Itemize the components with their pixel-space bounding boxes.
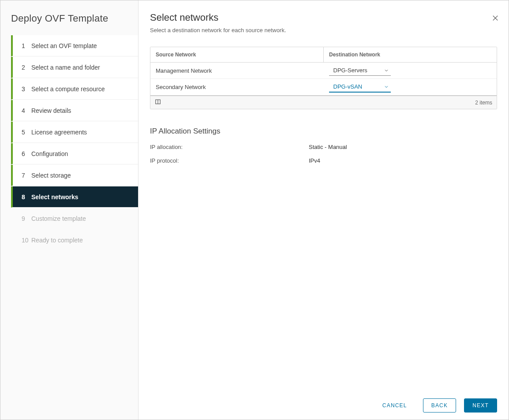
wizard-step-8[interactable]: 8Select networks — [11, 186, 138, 208]
step-label: Select networks — [31, 193, 133, 201]
wizard-step-5[interactable]: 5License agreements — [11, 122, 138, 143]
step-number: 10 — [22, 237, 31, 244]
ip-allocation-label: IP allocation: — [150, 144, 309, 150]
step-label: Configuration — [31, 150, 133, 157]
dropdown-value: DPG-vSAN — [333, 83, 363, 90]
network-table: Source Network Destination Network Manag… — [150, 47, 497, 109]
destination-network-cell: DPG-vSAN — [324, 79, 497, 95]
step-label: Ready to complete — [31, 237, 133, 244]
wizard-step-7[interactable]: 7Select storage — [11, 165, 138, 186]
step-number: 9 — [22, 215, 31, 222]
wizard-main: Select networks Select a destination net… — [138, 0, 509, 420]
chevron-down-icon — [384, 68, 389, 73]
destination-network-dropdown[interactable]: DPG-Servers — [329, 65, 391, 76]
source-network-cell: Secondary Network — [150, 79, 324, 95]
step-number: 5 — [22, 129, 31, 136]
wizard-step-1[interactable]: 1Select an OVF template — [11, 35, 138, 56]
step-label: Select an OVF template — [31, 42, 133, 49]
cancel-button[interactable]: CANCEL — [374, 399, 415, 412]
ip-protocol-value: IPv4 — [309, 157, 320, 164]
step-number: 1 — [22, 42, 31, 49]
step-number: 2 — [22, 64, 31, 71]
source-network-cell: Management Network — [150, 63, 324, 78]
step-label: Select a compute resource — [31, 85, 133, 93]
ip-allocation-value: Static - Manual — [309, 144, 347, 150]
step-label: License agreements — [31, 129, 133, 136]
wizard-steps: 1Select an OVF template2Select a name an… — [0, 35, 138, 251]
step-label: Customize template — [31, 215, 133, 222]
step-label: Select storage — [31, 172, 133, 179]
step-number: 7 — [22, 172, 31, 179]
dropdown-value: DPG-Servers — [333, 67, 367, 74]
deploy-ovf-dialog: Deploy OVF Template 1Select an OVF templ… — [0, 0, 509, 420]
next-button[interactable]: NEXT — [464, 398, 497, 413]
ip-allocation-row: IP allocation: Static - Manual — [150, 144, 497, 150]
header-destination: Destination Network — [324, 47, 497, 62]
table-footer: 2 items — [150, 95, 497, 109]
step-number: 3 — [22, 85, 31, 93]
step-label: Review details — [31, 107, 133, 114]
wizard-step-9: 9Customize template — [11, 208, 138, 229]
destination-network-dropdown[interactable]: DPG-vSAN — [329, 82, 391, 93]
step-number: 6 — [22, 150, 31, 157]
table-header: Source Network Destination Network — [150, 47, 497, 63]
wizard-sidebar: Deploy OVF Template 1Select an OVF templ… — [0, 0, 138, 420]
wizard-step-6[interactable]: 6Configuration — [11, 143, 138, 164]
step-label: Select a name and folder — [31, 64, 133, 71]
wizard-step-4[interactable]: 4Review details — [11, 100, 138, 121]
dialog-body: Deploy OVF Template 1Select an OVF templ… — [0, 0, 509, 420]
ip-protocol-label: IP protocol: — [150, 157, 309, 164]
close-icon[interactable] — [490, 13, 501, 23]
wizard-step-3[interactable]: 3Select a compute resource — [11, 78, 138, 100]
columns-toggle-icon[interactable] — [155, 99, 161, 106]
step-number: 4 — [22, 107, 31, 114]
wizard-step-10: 10Ready to complete — [11, 230, 138, 251]
wizard-footer: CANCEL BACK NEXT — [150, 394, 497, 413]
ip-settings-title: IP Allocation Settings — [150, 127, 497, 136]
page-subtitle: Select a destination network for each so… — [150, 27, 497, 33]
chevron-down-icon — [384, 84, 389, 89]
table-items-count: 2 items — [475, 100, 492, 106]
wizard-step-2[interactable]: 2Select a name and folder — [11, 57, 138, 78]
ip-protocol-row: IP protocol: IPv4 — [150, 157, 497, 164]
wizard-title: Deploy OVF Template — [0, 0, 138, 35]
page-title: Select networks — [150, 12, 497, 23]
destination-network-cell: DPG-Servers — [324, 63, 497, 78]
header-source: Source Network — [150, 47, 324, 62]
table-row: Management NetworkDPG-Servers — [150, 63, 497, 79]
back-button[interactable]: BACK — [423, 398, 456, 413]
step-number: 8 — [22, 193, 31, 201]
table-row: Secondary NetworkDPG-vSAN — [150, 79, 497, 95]
